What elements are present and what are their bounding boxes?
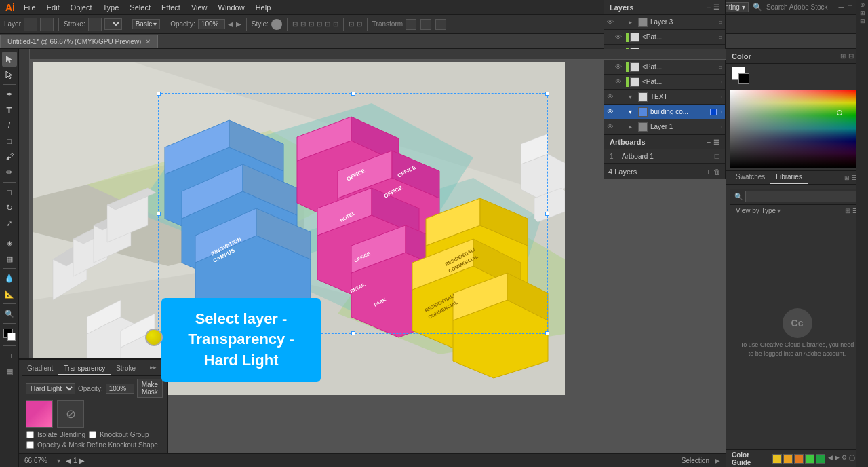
layer-row-pat4[interactable]: 👁 <Pat... ○ [604, 75, 725, 90]
gradient-tool[interactable]: ▦ [2, 251, 17, 266]
opacity-arrow-right[interactable]: ▶ [236, 20, 241, 28]
layer-expand-icon[interactable]: ▾ [629, 93, 637, 100]
minimize-button[interactable]: ─ [839, 3, 844, 12]
cg-swatch-darkorange[interactable] [794, 454, 804, 464]
stroke-color[interactable] [88, 18, 102, 31]
menu-file[interactable]: File [19, 2, 41, 13]
color-panel-icon2[interactable]: ⊟ [848, 52, 854, 60]
layer-expand-icon[interactable]: ▸ [629, 123, 637, 130]
selection-arrow[interactable]: ▶ [715, 457, 720, 464]
layer-eye-icon[interactable]: 👁 [615, 78, 625, 86]
zoom-dropdown-icon[interactable]: ▾ [57, 457, 60, 464]
rect-tool[interactable]: □ [2, 134, 17, 149]
stroke-swatch[interactable] [738, 73, 749, 84]
align-v-bottom[interactable]: ⊡ [333, 20, 338, 28]
layer-eye-icon[interactable]: 👁 [607, 93, 616, 100]
opacity-input[interactable] [198, 19, 225, 29]
tab-gradient[interactable]: Gradient [22, 362, 58, 375]
color-guide-forward-icon[interactable]: ▶ [835, 454, 840, 463]
make-mask-button[interactable]: Make Mask [137, 379, 163, 398]
layer-circle-icon[interactable]: ○ [718, 33, 722, 41]
select-tool[interactable] [2, 52, 17, 67]
layer-eye-icon[interactable]: 👁 [607, 108, 616, 115]
layer-circle-icon[interactable]: ○ [718, 78, 722, 86]
knockout-group-checkbox[interactable] [89, 431, 96, 438]
menu-view[interactable]: View [186, 2, 212, 13]
distribute-v[interactable]: ⊡ [357, 20, 362, 28]
opacity-value-input[interactable] [106, 384, 134, 394]
layers-footer-delete[interactable]: 🗑 [713, 168, 721, 176]
cg-swatch-yellow[interactable] [772, 454, 782, 464]
blend-tool[interactable]: ◈ [2, 236, 17, 250]
measure-tool[interactable]: 📐 [2, 286, 17, 301]
layer-eye-icon[interactable]: 👁 [607, 18, 616, 26]
layer-circle-icon[interactable]: ○ [718, 108, 722, 115]
menu-help[interactable]: Help [251, 2, 276, 13]
layer-eye-icon[interactable]: 👁 [607, 123, 616, 130]
fill-color-box[interactable] [2, 327, 17, 342]
layer-row-layer3[interactable]: 👁 ▸ Layer 3 ○ [604, 15, 725, 30]
layer-eye-icon[interactable]: 👁 [615, 63, 625, 71]
grid-view-icon[interactable]: ⊞ [844, 174, 850, 181]
menu-select[interactable]: Select [125, 2, 155, 13]
layer-eye-icon[interactable]: 👁 [615, 33, 625, 41]
rotate-tool[interactable]: ↻ [2, 200, 17, 215]
cg-swatch-green[interactable] [805, 454, 814, 464]
color-guide-info-icon[interactable]: ⓘ [849, 454, 855, 463]
artboards-menu-icon[interactable]: ☰ [713, 138, 719, 146]
menu-window[interactable]: Window [214, 2, 250, 13]
opacity-arrow-left[interactable]: ◀ [228, 20, 233, 28]
color-spectrum[interactable] [730, 90, 856, 168]
style-color[interactable] [271, 19, 282, 30]
layer-input[interactable] [24, 18, 37, 31]
tab-stroke[interactable]: Stroke [111, 362, 141, 375]
distribute-h[interactable]: ⊡ [349, 20, 354, 28]
screen-mode-btn[interactable]: ▤ [2, 364, 17, 379]
panel-collapse-icon[interactable]: ▸▸ [150, 364, 157, 374]
pencil-tool[interactable]: ✏ [2, 165, 17, 180]
color-panel-icon1[interactable]: ⊞ [840, 52, 846, 60]
align-h-left[interactable]: ⊡ [292, 20, 298, 28]
tab-transparency[interactable]: Transparency [58, 362, 111, 375]
align-v-center[interactable]: ⊡ [325, 20, 330, 28]
opacity-mask-checkbox[interactable] [26, 441, 34, 449]
zoom-value[interactable]: 66.67% [24, 457, 52, 464]
scale-tool[interactable]: ⤢ [2, 216, 17, 231]
pen-tool[interactable]: ✒ [2, 87, 17, 102]
layer-expand-icon[interactable]: ▸ [629, 18, 637, 26]
align-h-right[interactable]: ⊡ [309, 20, 314, 28]
layer-circle-icon[interactable]: ○ [718, 63, 722, 71]
eyedropper-tool[interactable]: 💧 [2, 271, 17, 286]
view-by-type-dropdown[interactable]: ▾ [777, 207, 781, 214]
layer-circle-icon[interactable]: ○ [718, 93, 722, 100]
blend-mode-select[interactable]: Hard Light [26, 383, 75, 394]
cg-swatch-orange[interactable] [783, 454, 793, 464]
document-tab[interactable]: Untitled-1* @ 66.67% (CMYK/GPU Preview) … [0, 35, 158, 48]
color-guide-back-icon[interactable]: ◀ [828, 454, 833, 463]
prev-page-btn[interactable]: ◀ [66, 457, 71, 464]
layers-footer-add[interactable]: + [707, 168, 711, 176]
fill-none-btn[interactable]: □ [2, 348, 17, 363]
document-tab-close[interactable]: ✕ [145, 38, 151, 45]
layers-menu-icon[interactable]: ☰ [713, 3, 719, 11]
isolate-blending-checkbox[interactable] [26, 431, 34, 438]
artboard-add-icon[interactable]: □ [715, 151, 719, 161]
layer-row-building[interactable]: 👁 ▾ building co... ○ [604, 105, 725, 119]
direct-select-tool[interactable] [2, 67, 17, 82]
layer-row-layer1[interactable]: 👁 ▸ Layer 1 ○ [604, 119, 725, 134]
layer-circle-icon[interactable]: ○ [718, 123, 722, 130]
color-cursor[interactable] [837, 110, 842, 115]
menu-edit[interactable]: Edit [42, 2, 64, 13]
zoom-tool[interactable]: 🔍 [2, 306, 17, 321]
layer-row-pat1[interactable]: 👁 <Pat... ○ [604, 30, 725, 45]
fill-stroke-swatches[interactable] [732, 67, 752, 87]
transform-btn2[interactable] [420, 19, 431, 30]
grid-toggle[interactable]: ⊞ [845, 207, 850, 214]
transform-btn[interactable] [406, 19, 416, 30]
align-v-top[interactable]: ⊡ [317, 20, 322, 28]
menu-type[interactable]: Type [98, 2, 124, 13]
blend-mode-option[interactable]: Basic ▾ [132, 19, 160, 29]
maximize-button[interactable]: □ [848, 3, 852, 12]
type-tool[interactable]: T [2, 102, 17, 117]
stroke-select[interactable] [104, 18, 122, 30]
